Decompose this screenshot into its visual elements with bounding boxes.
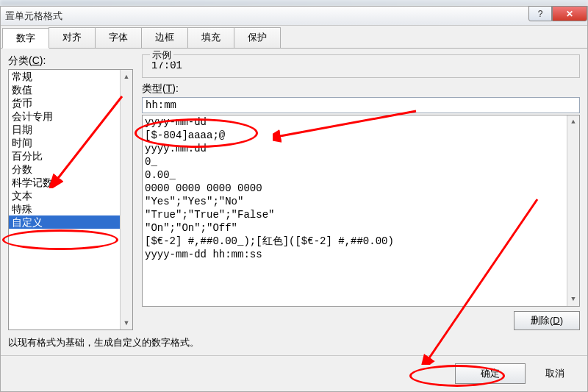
- format-list-item[interactable]: "On";"On";"Off": [145, 221, 564, 235]
- type-input[interactable]: [142, 97, 580, 113]
- tab-content: 分类(C): 常规数值货币会计专用日期时间百分比分数科学记数文本特殊自定义 ▲ …: [1, 49, 587, 355]
- category-item[interactable]: 数值: [9, 83, 132, 96]
- format-list-item[interactable]: "True";"True";"False": [145, 208, 564, 221]
- format-list-item[interactable]: yyyy.mm.dd: [145, 142, 564, 155]
- right-column: 示例 17:01 类型(T): yyyy-mm-dd[$-804]aaaa;@y…: [142, 54, 580, 330]
- type-label-prefix: 类型(: [142, 82, 166, 94]
- tab-protection[interactable]: 保护: [234, 27, 281, 48]
- format-scrollbar[interactable]: ▲ ▼: [567, 115, 579, 306]
- scroll-down-icon: ▼: [123, 316, 130, 329]
- category-item[interactable]: 科学记数: [9, 176, 132, 189]
- tab-number[interactable]: 数字: [2, 28, 49, 49]
- titlebar: 置单元格格式 ? ✕: [1, 7, 587, 26]
- category-item[interactable]: 日期: [9, 123, 132, 136]
- format-list-item[interactable]: 0.00_: [145, 168, 564, 182]
- description-text: 以现有格式为基础，生成自定义的数字格式。: [8, 336, 580, 349]
- format-list-item[interactable]: 0000 0000 0000 0000: [145, 182, 564, 195]
- dialog-footer: 确定 取消: [1, 355, 587, 391]
- category-item[interactable]: 分数: [9, 163, 132, 176]
- category-scrollbar[interactable]: ▲ ▼: [120, 70, 132, 329]
- example-label: 示例: [150, 49, 173, 62]
- category-item[interactable]: 百分比: [9, 149, 132, 163]
- category-label-accel: C: [32, 54, 40, 66]
- format-list-item[interactable]: [$-804]aaaa;@: [145, 129, 564, 142]
- category-list[interactable]: 常规数值货币会计专用日期时间百分比分数科学记数文本特殊自定义 ▲ ▼: [8, 69, 133, 330]
- format-list-item[interactable]: "Yes";"Yes";"No": [145, 195, 564, 208]
- upper-area: 分类(C): 常规数值货币会计专用日期时间百分比分数科学记数文本特殊自定义 ▲ …: [8, 54, 580, 330]
- format-cells-dialog: 置单元格格式 ? ✕ 数字 对齐 字体 边框 填充 保护 分类(C): 常规数值…: [0, 6, 588, 392]
- format-list-item[interactable]: [$€-2] #,##0.00_);[红色]([$€-2] #,##0.00): [145, 235, 564, 248]
- format-list-item[interactable]: yyyy-mm-dd: [145, 115, 564, 129]
- background-toolbar: [0, 0, 588, 6]
- delete-suffix: ): [560, 315, 563, 326]
- example-value: 17:01: [148, 60, 573, 71]
- scroll-up-icon: ▲: [571, 115, 575, 129]
- example-groupbox: 示例 17:01: [142, 54, 580, 78]
- help-button[interactable]: ?: [528, 6, 552, 21]
- category-item[interactable]: 自定义: [9, 215, 132, 229]
- close-icon: ✕: [566, 9, 573, 19]
- category-item[interactable]: 时间: [9, 136, 132, 149]
- scroll-down-icon: ▼: [571, 293, 575, 306]
- delete-row: 删除(D): [142, 311, 580, 330]
- tab-font[interactable]: 字体: [95, 27, 142, 48]
- format-list-item[interactable]: 0_: [145, 155, 564, 168]
- delete-accel: D: [553, 315, 559, 326]
- tab-fill[interactable]: 填充: [187, 27, 234, 48]
- scroll-up-icon: ▲: [123, 70, 130, 83]
- type-label-suffix: ):: [172, 82, 179, 94]
- type-label: 类型(T):: [142, 82, 580, 96]
- type-label-accel: T: [166, 82, 173, 94]
- category-item[interactable]: 会计专用: [9, 110, 132, 123]
- window-title: 置单元格格式: [5, 10, 62, 23]
- close-button[interactable]: ✕: [552, 6, 587, 21]
- category-item[interactable]: 特殊: [9, 202, 132, 215]
- help-icon: ?: [538, 9, 543, 19]
- category-label: 分类(C):: [8, 54, 133, 68]
- tab-strip: 数字 对齐 字体 边框 填充 保护: [1, 26, 587, 49]
- tab-border[interactable]: 边框: [141, 27, 188, 48]
- cancel-button[interactable]: 取消: [533, 363, 577, 384]
- category-item[interactable]: 货币: [9, 96, 132, 110]
- format-list-item[interactable]: yyyy-mm-dd hh:mm:ss: [145, 248, 564, 261]
- tab-alignment[interactable]: 对齐: [49, 27, 96, 48]
- delete-prefix: 删除(: [531, 315, 553, 326]
- category-label-suffix: ):: [40, 54, 46, 66]
- format-list[interactable]: yyyy-mm-dd[$-804]aaaa;@yyyy.mm.dd0_0.00_…: [142, 115, 580, 307]
- window-buttons: ? ✕: [528, 6, 587, 21]
- delete-button[interactable]: 删除(D): [514, 311, 580, 330]
- category-item[interactable]: 文本: [9, 189, 132, 202]
- ok-button[interactable]: 确定: [455, 363, 526, 384]
- category-column: 分类(C): 常规数值货币会计专用日期时间百分比分数科学记数文本特殊自定义 ▲ …: [8, 54, 133, 330]
- category-label-prefix: 分类(: [8, 54, 32, 66]
- category-item[interactable]: 常规: [9, 70, 132, 83]
